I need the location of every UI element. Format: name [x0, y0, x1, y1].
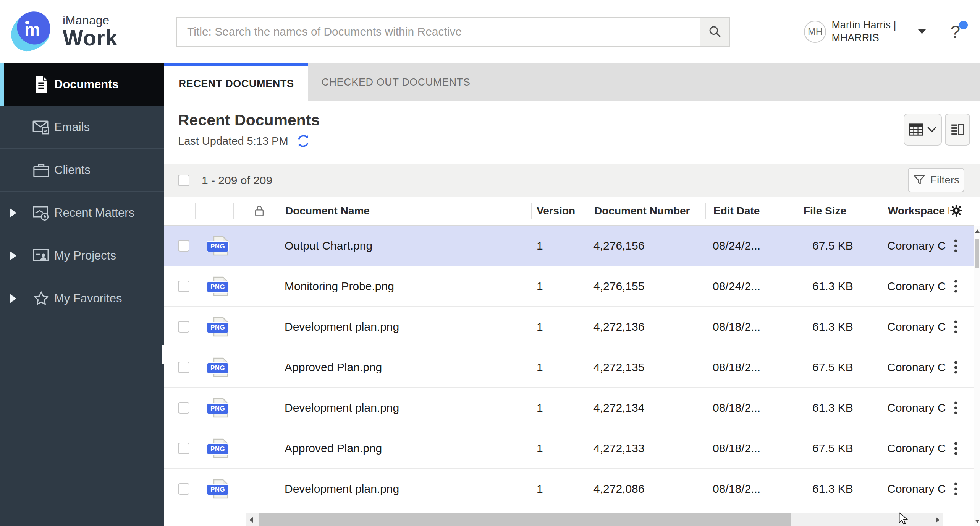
row-checkbox[interactable] — [178, 402, 189, 414]
file-type-badge: PNG — [207, 403, 229, 414]
global-search-bar — [176, 17, 730, 47]
file-type-cell: PNG — [195, 266, 233, 306]
sidebar-item-my-projects[interactable]: My Projects — [0, 234, 164, 277]
kebab-menu-icon[interactable] — [953, 359, 959, 375]
search-button[interactable] — [700, 18, 729, 46]
workspace-name-text: Coronary C — [887, 320, 946, 333]
header-lock-column[interactable] — [233, 203, 285, 219]
file-size-cell: 61.3 KB — [794, 307, 878, 347]
table-row[interactable]: PNG Development plan.png 1 4,272,134 08/… — [164, 388, 974, 428]
document-name-cell[interactable]: Monitoring Probe.png — [285, 266, 531, 306]
table-row[interactable]: PNG Monitoring Probe.png 1 4,276,155 08/… — [164, 266, 974, 307]
tab-recent-documents[interactable]: RECENT DOCUMENTS — [164, 63, 308, 101]
png-file-icon: PNG — [213, 276, 228, 296]
kebab-menu-icon[interactable] — [953, 440, 959, 456]
row-checkbox[interactable] — [178, 443, 189, 454]
kebab-menu-icon[interactable] — [953, 238, 959, 253]
row-checkbox[interactable] — [178, 240, 189, 252]
vertical-scrollbar-thumb[interactable] — [975, 239, 979, 268]
document-name-cell[interactable]: Output Chart.png — [285, 226, 531, 266]
row-checkbox-cell — [164, 469, 195, 509]
preview-panel-button[interactable] — [945, 114, 970, 146]
view-selector-button[interactable] — [904, 114, 942, 146]
version-cell: 1 — [531, 428, 577, 468]
table-row[interactable]: PNG Output Chart.png 1 4,276,156 08/24/2… — [164, 226, 974, 266]
table-row[interactable]: PNG Approved Plan.png 1 4,272,133 08/18/… — [164, 428, 974, 469]
scroll-up-arrow[interactable] — [975, 229, 980, 233]
version-cell: 1 — [531, 469, 577, 509]
expand-arrow-icon[interactable] — [10, 251, 16, 260]
row-checkbox[interactable] — [178, 362, 189, 373]
document-name-cell[interactable]: Approved Plan.png — [285, 347, 531, 387]
document-name-cell[interactable]: Development plan.png — [285, 469, 531, 509]
document-name-cell[interactable]: Development plan.png — [285, 307, 531, 347]
avatar-initials: MH — [808, 26, 823, 37]
avatar[interactable]: MH — [804, 21, 826, 43]
edit-date-cell: 08/24/2... — [705, 266, 794, 306]
filters-button[interactable]: Filters — [908, 168, 964, 192]
png-file-icon: PNG — [213, 398, 228, 418]
sidebar-item-label: Clients — [54, 163, 91, 177]
horizontal-scrollbar-thumb[interactable] — [259, 513, 791, 526]
lock-status-cell — [233, 307, 285, 347]
refresh-icon[interactable] — [296, 134, 310, 148]
document-name-cell[interactable]: Development plan.png — [285, 388, 531, 428]
user-menu-caret-icon[interactable] — [918, 29, 926, 34]
tab-label: CHECKED OUT DOCUMENTS — [321, 76, 470, 88]
header-edit-date[interactable]: Edit Date — [705, 203, 794, 219]
png-file-icon: PNG — [213, 438, 228, 458]
column-settings-button[interactable] — [949, 204, 963, 219]
row-checkbox[interactable] — [178, 483, 189, 495]
kebab-menu-icon[interactable] — [953, 400, 959, 416]
vertical-scrollbar[interactable] — [974, 226, 980, 526]
file-size-cell: 61.3 KB — [794, 469, 878, 509]
table-row[interactable]: PNG Approved Plan.png 1 4,272,135 08/18/… — [164, 347, 974, 388]
file-type-badge: PNG — [207, 241, 229, 252]
help-button[interactable]: ? — [950, 21, 960, 42]
search-input[interactable] — [177, 18, 700, 46]
row-checkbox[interactable] — [178, 321, 189, 333]
expand-arrow-icon[interactable] — [10, 208, 16, 218]
document-number-cell: 4,272,133 — [577, 428, 705, 468]
table-row[interactable]: PNG Development plan.png 1 4,272,086 08/… — [164, 469, 974, 509]
document-name-cell[interactable]: Approved Plan.png — [285, 428, 531, 468]
file-type-cell: PNG — [195, 347, 233, 387]
lock-status-cell — [233, 266, 285, 306]
sidebar-item-label: Recent Matters — [54, 206, 134, 220]
tab-checked-out-documents[interactable]: CHECKED OUT DOCUMENTS — [308, 63, 484, 101]
document-number-cell: 4,272,134 — [577, 388, 705, 428]
sidebar-item-my-favorites[interactable]: My Favorites — [0, 277, 164, 320]
workspace-cell: Coronary C — [878, 469, 974, 509]
sidebar-item-documents[interactable]: Documents — [0, 63, 164, 106]
horizontal-scrollbar[interactable] — [246, 513, 943, 526]
search-icon — [708, 24, 722, 39]
sidebar-item-clients[interactable]: Clients — [0, 149, 164, 192]
header-version[interactable]: Version — [531, 203, 577, 219]
star-icon — [32, 289, 50, 308]
document-number-cell: 4,276,156 — [577, 226, 705, 266]
select-all-checkbox[interactable] — [178, 175, 189, 186]
document-number-cell: 4,272,086 — [577, 469, 705, 509]
imanage-work-logo[interactable]: m iManage Work — [11, 11, 176, 53]
table-body: PNG Output Chart.png 1 4,276,156 08/24/2… — [164, 226, 974, 526]
expand-arrow-icon[interactable] — [10, 294, 16, 303]
top-header-bar: m iManage Work MH Martin Harris | M — [0, 0, 980, 63]
header-file-size[interactable]: File Size — [794, 203, 878, 219]
header-document-number[interactable]: Document Number — [577, 203, 705, 219]
file-size-cell: 67.5 KB — [794, 428, 878, 468]
scroll-left-arrow[interactable] — [249, 517, 253, 523]
kebab-menu-icon[interactable] — [953, 481, 959, 497]
version-cell: 1 — [531, 226, 577, 266]
sidebar-item-emails[interactable]: Emails — [0, 106, 164, 149]
header-document-name[interactable]: Document Name — [285, 203, 531, 219]
table-row[interactable]: PNG Development plan.png 1 4,272,136 08/… — [164, 307, 974, 347]
row-checkbox[interactable] — [178, 281, 189, 292]
version-cell: 1 — [531, 347, 577, 387]
kebab-menu-icon[interactable] — [953, 278, 959, 294]
lock-status-cell — [233, 428, 285, 468]
sidebar-item-recent-matters[interactable]: Recent Matters — [0, 192, 164, 234]
sidebar-nav: Documents Emails — [0, 63, 164, 526]
scroll-down-arrow[interactable] — [975, 520, 980, 523]
scroll-right-arrow[interactable] — [936, 517, 940, 523]
kebab-menu-icon[interactable] — [953, 319, 959, 334]
